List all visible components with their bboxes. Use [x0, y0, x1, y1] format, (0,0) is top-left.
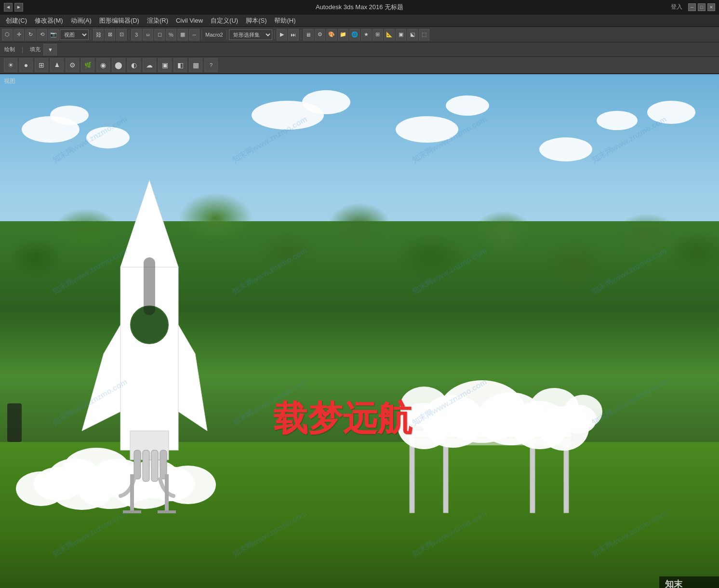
menu-graph-editor[interactable]: 图形编辑器(D): [95, 15, 143, 26]
scene-chinese-text: 载梦远航: [273, 396, 412, 442]
svg-rect-26: [123, 510, 141, 513]
figure-btn[interactable]: ♟: [50, 58, 64, 72]
panorama[interactable]: ⬕: [407, 29, 418, 40]
menu-customize[interactable]: 自定义(U): [207, 15, 242, 26]
window-title: Autodesk 3ds Max 2016 无标题: [316, 3, 403, 12]
svg-rect-31: [564, 445, 569, 513]
map-browser[interactable]: 📁: [338, 29, 348, 40]
render-settings[interactable]: ⚙: [315, 29, 325, 40]
fill-dropdown-btn[interactable]: ▼: [43, 44, 57, 55]
foliage-btn[interactable]: 🌿: [81, 58, 94, 72]
snap-tool[interactable]: ▦: [177, 29, 188, 40]
move-tool[interactable]: ✛: [13, 29, 24, 40]
close-button[interactable]: ✕: [707, 3, 715, 11]
cloud-btn[interactable]: ☁: [143, 58, 156, 72]
svg-rect-25: [165, 474, 169, 513]
view-dropdown[interactable]: 视图: [60, 29, 89, 40]
svg-rect-29: [443, 445, 448, 513]
settings-btn[interactable]: ⚙: [66, 58, 79, 72]
separator4: [226, 30, 227, 40]
box3-btn[interactable]: ▦: [189, 58, 202, 72]
draw-toolbar: 绘制 | 填充 ▼: [0, 42, 719, 57]
next-frame[interactable]: ⏭: [288, 29, 299, 40]
nav-forward-button[interactable]: ►: [14, 3, 23, 12]
svg-point-42: [560, 405, 597, 434]
omni-light-btn[interactable]: ●: [19, 58, 33, 72]
select-dropdown[interactable]: 矩形选择集: [229, 29, 272, 40]
svg-marker-14: [82, 325, 120, 431]
menu-script[interactable]: 脚本(S): [242, 15, 270, 26]
camera-tool[interactable]: 📷: [48, 29, 59, 40]
svg-rect-24: [130, 474, 134, 513]
material-editor[interactable]: 🎨: [326, 29, 337, 40]
box2-btn[interactable]: ◧: [173, 58, 187, 72]
play-btn[interactable]: ▶: [277, 29, 287, 40]
app-menu-button[interactable]: ◄: [4, 3, 13, 12]
camera-match[interactable]: 📐: [384, 29, 395, 40]
title-bar-right: 登入 ─ □ ✕: [671, 3, 715, 11]
menu-render[interactable]: 渲染(R): [143, 15, 172, 26]
mirror-tool[interactable]: ↔: [189, 29, 200, 40]
svg-rect-43: [412, 438, 571, 445]
user-login-label[interactable]: 登入: [671, 3, 682, 11]
brand-info-panel: 知末 ID: 1171520402: [659, 576, 719, 588]
separator3: [201, 30, 202, 40]
minimize-button[interactable]: ─: [688, 3, 696, 11]
menu-create[interactable]: 创建(C): [2, 15, 31, 26]
grid-btn[interactable]: ⊞: [35, 58, 48, 72]
svg-rect-20: [134, 450, 141, 479]
svg-rect-30: [530, 441, 535, 513]
maximize-button[interactable]: □: [698, 3, 706, 11]
select-tool[interactable]: ⬡: [2, 29, 13, 40]
render-info[interactable]: ⊞: [373, 29, 383, 40]
link-tool[interactable]: ⛓: [93, 29, 104, 40]
help-btn[interactable]: ?: [204, 58, 218, 72]
menu-bar: 创建(C) 修改器(M) 动画(A) 图形编辑器(D) 渲染(R) Civil …: [0, 14, 719, 27]
title-bar: ◄ ► Autodesk 3ds Max 2016 无标题 登入 ─ □ ✕: [0, 0, 719, 14]
batch-render[interactable]: ⬚: [419, 29, 429, 40]
svg-rect-22: [151, 450, 158, 481]
separator1: [91, 30, 91, 40]
ifl-manager[interactable]: ▣: [396, 29, 406, 40]
svg-rect-27: [158, 510, 176, 513]
sun-light-btn[interactable]: ☀: [4, 58, 17, 72]
viewport-label: 视图: [4, 77, 15, 85]
menu-help[interactable]: 帮助(H): [270, 15, 299, 26]
menu-modifier[interactable]: 修改器(M): [31, 15, 67, 26]
percent-tool[interactable]: %: [166, 29, 176, 40]
box1-btn[interactable]: ▣: [158, 58, 172, 72]
brand-name: 知末: [665, 578, 713, 588]
select-region[interactable]: ◻: [154, 29, 165, 40]
scene-toolbar: ☀ ● ⊞ ♟ ⚙ 🌿 ◉ ⬤ ◐ ☁ ▣ ◧ ▦ ?: [0, 57, 719, 74]
menu-civil-view[interactable]: Civil View: [172, 16, 207, 25]
svg-rect-19: [144, 257, 155, 315]
scene-svg: [0, 74, 719, 588]
render-effects[interactable]: ★: [361, 29, 372, 40]
separator2: [129, 30, 129, 40]
draw-label: 绘制: [3, 46, 16, 53]
bind-tool[interactable]: ⊡: [116, 29, 127, 40]
lasso-tool[interactable]: ω: [143, 29, 153, 40]
svg-marker-13: [120, 180, 178, 267]
svg-rect-21: [143, 450, 149, 481]
svg-point-11: [16, 471, 66, 506]
separator5: [274, 30, 275, 40]
fill-label: 填充: [28, 46, 42, 53]
title-bar-left: ◄ ►: [4, 3, 23, 12]
undo-tool[interactable]: ⟲: [37, 29, 47, 40]
separator6: [301, 30, 301, 40]
target-btn[interactable]: ◉: [96, 58, 110, 72]
unlink-tool[interactable]: ⊠: [105, 29, 115, 40]
separator-draw: |: [22, 46, 23, 53]
env-btn[interactable]: 🌐: [349, 29, 360, 40]
render-btn[interactable]: 🖥: [303, 29, 314, 40]
ball2-btn[interactable]: ◐: [127, 58, 141, 72]
ball1-btn[interactable]: ⬤: [112, 58, 125, 72]
select-filter[interactable]: 3: [131, 29, 142, 40]
rotate-tool[interactable]: ↻: [25, 29, 36, 40]
svg-marker-15: [178, 325, 207, 431]
main-toolbar: ⬡ ✛ ↻ ⟲ 📷 视图 ⛓ ⊠ ⊡ 3 ω ◻ % ▦ ↔ Macro2 矩形…: [0, 27, 719, 42]
viewport[interactable]: 视图: [0, 74, 719, 588]
macro-label: Macro2: [204, 32, 225, 38]
menu-animation[interactable]: 动画(A): [67, 15, 95, 26]
